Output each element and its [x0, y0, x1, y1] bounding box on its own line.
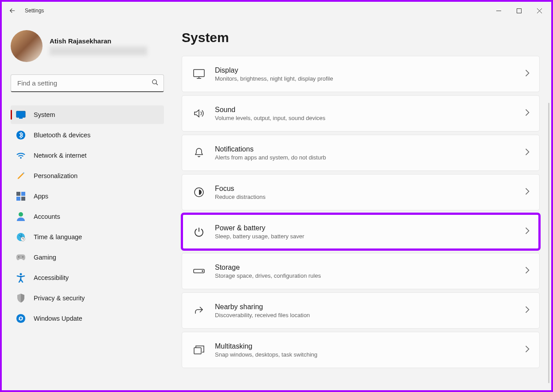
- profile-email-redacted: [50, 47, 147, 55]
- svg-rect-8: [16, 197, 20, 201]
- search-icon: [152, 79, 159, 88]
- person-icon: [16, 212, 26, 221]
- shield-icon: [16, 293, 26, 303]
- svg-point-16: [16, 314, 25, 323]
- nav-label: Personalization: [34, 172, 78, 179]
- nav-item-privacy[interactable]: Privacy & security: [11, 289, 164, 307]
- scrollbar[interactable]: [548, 103, 549, 383]
- nav-label: Time & language: [34, 233, 82, 241]
- paintbrush-icon: [16, 171, 26, 181]
- svg-rect-2: [16, 111, 25, 117]
- gamepad-icon: [16, 252, 26, 262]
- svg-point-15: [20, 273, 22, 276]
- svg-rect-9: [21, 197, 25, 201]
- svg-rect-3: [19, 117, 23, 119]
- search-input[interactable]: [11, 74, 164, 92]
- nav-label: Accessibility: [34, 274, 69, 281]
- nav-item-accounts[interactable]: Accounts: [11, 207, 164, 226]
- nav-label: System: [34, 111, 55, 118]
- accessibility-icon: [16, 273, 26, 283]
- nav-label: Accounts: [34, 213, 60, 220]
- nav-item-accessibility[interactable]: Accessibility: [11, 268, 164, 287]
- nav-label: Windows Update: [34, 315, 82, 322]
- clock-globe-icon: [16, 232, 26, 242]
- nav-label: Apps: [34, 193, 48, 200]
- bluetooth-icon: [16, 130, 26, 140]
- svg-rect-7: [21, 192, 25, 196]
- nav-list: System Bluetooth & devices Network & int…: [11, 105, 164, 328]
- svg-point-10: [19, 212, 23, 217]
- nav-item-gaming[interactable]: Gaming: [11, 248, 164, 267]
- nav-item-personalization[interactable]: Personalization: [11, 167, 164, 185]
- nav-item-apps[interactable]: Apps: [11, 187, 164, 206]
- nav-label: Network & internet: [34, 152, 86, 159]
- svg-point-5: [20, 157, 22, 159]
- svg-point-13: [18, 256, 19, 258]
- svg-point-1: [152, 80, 156, 84]
- nav-label: Gaming: [34, 254, 56, 261]
- update-icon: [16, 314, 26, 323]
- nav-item-time[interactable]: Time & language: [11, 228, 164, 246]
- wifi-icon: [16, 151, 26, 160]
- svg-point-14: [22, 256, 23, 258]
- nav-item-system[interactable]: System: [11, 105, 164, 124]
- nav-item-update[interactable]: Windows Update: [11, 309, 164, 328]
- search-box: [11, 74, 164, 92]
- nav-item-network[interactable]: Network & internet: [11, 146, 164, 165]
- nav-label: Bluetooth & devices: [34, 132, 90, 139]
- apps-icon: [16, 191, 26, 201]
- nav-item-bluetooth[interactable]: Bluetooth & devices: [11, 126, 164, 144]
- nav-label: Privacy & security: [34, 295, 85, 302]
- svg-rect-6: [16, 192, 20, 196]
- system-icon: [16, 110, 26, 120]
